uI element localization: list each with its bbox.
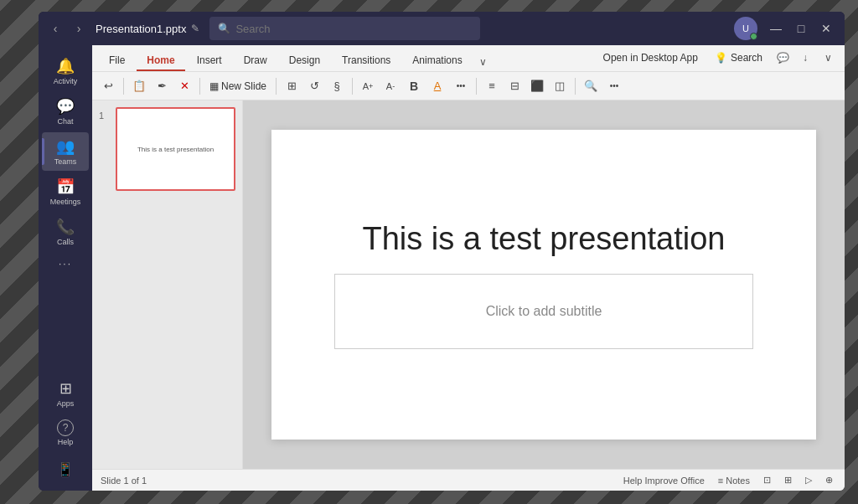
toolbar: ↩ 📋 ✒ ✕ ▦ New Slide ⊞ ↺ § <box>92 72 845 100</box>
avatar[interactable]: U <box>734 17 757 40</box>
help-improve-button[interactable]: Help Improve Office <box>620 474 708 487</box>
sidebar-item-activity[interactable]: 🔔 Activity <box>42 52 89 90</box>
undo-button[interactable]: ↩ <box>97 75 119 97</box>
grid-view-button[interactable]: ⊞ <box>781 473 795 487</box>
slide-thumbnail[interactable]: This is a test presentation <box>116 107 235 191</box>
font-increase-button[interactable]: A+ <box>357 75 379 97</box>
ribbon-comment-button[interactable]: 💬 <box>773 48 793 68</box>
tab-transitions[interactable]: Transitions <box>332 51 401 71</box>
clipboard-button[interactable]: 📋 <box>128 75 150 97</box>
sidebar-item-meetings[interactable]: 📅 Meetings <box>42 172 89 211</box>
minimize-button[interactable]: — <box>764 17 788 40</box>
slide-subtitle-box[interactable]: Click to add subtitle <box>334 274 753 349</box>
align-button[interactable]: ⬛ <box>526 75 548 97</box>
close-button[interactable]: ✕ <box>814 17 838 40</box>
reset-button[interactable]: ↺ <box>303 75 325 97</box>
slide-title[interactable]: This is a test presentation <box>363 221 726 257</box>
new-slide-label: New Slide <box>221 80 266 92</box>
new-slide-icon: ▦ <box>209 80 219 92</box>
ribbon-toolbar-icons: 💬 ↓ ∨ <box>773 48 838 68</box>
avatar-status-badge <box>750 33 757 40</box>
sidebar-item-device[interactable]: 📱 <box>42 456 89 482</box>
delete-button[interactable]: ✕ <box>173 75 195 97</box>
sidebar-item-help[interactable]: ? Help <box>42 414 89 451</box>
tab-more-chevron[interactable]: ∨ <box>474 53 492 71</box>
edit-icon[interactable]: ✎ <box>191 23 199 34</box>
sep-5 <box>476 78 477 95</box>
sidebar-meetings-label: Meetings <box>50 198 81 206</box>
more-tools-button[interactable]: ••• <box>603 75 625 97</box>
device-icon: 📱 <box>57 461 74 477</box>
sep-1 <box>123 78 124 95</box>
tab-insert[interactable]: Insert <box>187 51 232 71</box>
ribbon-collapse-button[interactable]: ∨ <box>818 48 838 68</box>
filename-label: Presentation1.pptx <box>96 23 186 35</box>
notes-button[interactable]: ≡ Notes <box>715 474 753 487</box>
sidebar-calls-label: Calls <box>57 238 74 246</box>
tab-design[interactable]: Design <box>279 51 330 71</box>
teams-sidebar: 🔔 Activity 💬 Chat 👥 Teams 📅 Meetings 📞 C… <box>39 45 92 491</box>
teams-icon: 👥 <box>56 137 75 156</box>
ribbon-search-label: Search <box>731 52 762 64</box>
notes-label: Notes <box>726 476 750 486</box>
ribbon-container: File Home Insert Draw Design Transitions… <box>92 45 845 491</box>
sidebar-teams-label: Teams <box>54 157 77 166</box>
arrange-button[interactable]: ◫ <box>549 75 571 97</box>
sidebar-item-chat[interactable]: 💬 Chat <box>42 92 89 131</box>
status-right: Help Improve Office ≡ Notes ⊡ ⊞ ▷ ⊕ <box>620 473 836 487</box>
slide-area: 1 This is a test presentation This is a … <box>92 100 845 469</box>
sidebar-activity-label: Activity <box>54 77 78 85</box>
tab-home[interactable]: Home <box>137 51 184 71</box>
ribbon-tabs: File Home Insert Draw Design Transitions… <box>92 45 845 72</box>
sidebar-item-calls[interactable]: 📞 Calls <box>42 213 89 251</box>
font-color-button[interactable]: A <box>426 75 448 97</box>
content-area: 🔔 Activity 💬 Chat 👥 Teams 📅 Meetings 📞 C… <box>39 45 845 491</box>
meetings-icon: 📅 <box>56 177 75 196</box>
calls-icon: 📞 <box>56 218 75 236</box>
section-button[interactable]: § <box>326 75 348 97</box>
back-button[interactable]: ‹ <box>45 18 65 39</box>
sidebar-item-more[interactable]: ··· <box>42 253 89 275</box>
zoom-button[interactable]: ⊕ <box>822 473 836 487</box>
bold-button[interactable]: B <box>403 75 425 97</box>
tab-file[interactable]: File <box>99 51 135 71</box>
activity-icon: 🔔 <box>56 57 75 75</box>
bullets-button[interactable]: ≡ <box>481 75 503 97</box>
sidebar-item-teams[interactable]: 👥 Teams <box>42 132 89 171</box>
tab-draw[interactable]: Draw <box>234 51 277 71</box>
title-bar: ‹ › Presentation1.pptx ✎ 🔍 U — □ ✕ <box>39 12 845 45</box>
sep-2 <box>199 78 200 95</box>
ribbon-right: Open in Desktop App 💡 Search 💬 ↓ ∨ <box>597 48 838 71</box>
layout-button[interactable]: ⊞ <box>281 75 302 97</box>
sidebar-apps-label: Apps <box>57 399 75 408</box>
sidebar-item-apps[interactable]: ⊞ Apps <box>42 374 89 413</box>
title-bar-nav: ‹ › <box>45 18 89 39</box>
more-format-button[interactable]: ••• <box>450 75 472 97</box>
open-desktop-button[interactable]: Open in Desktop App <box>597 49 705 66</box>
slide-canvas[interactable]: This is a test presentation Click to add… <box>243 100 845 469</box>
ribbon-search-button[interactable]: 💡 Search <box>708 49 769 66</box>
search-input[interactable] <box>235 23 472 35</box>
slide-content: This is a test presentation Click to add… <box>271 130 816 440</box>
sep-4 <box>352 78 353 95</box>
forward-button[interactable]: › <box>69 18 89 39</box>
slide-thumb-container: 1 This is a test presentation <box>92 100 242 198</box>
font-decrease-button[interactable]: A- <box>380 75 401 97</box>
search-bar[interactable]: 🔍 <box>209 17 480 40</box>
search-icon: 🔍 <box>218 23 230 34</box>
sep-6 <box>575 78 576 95</box>
main-window: ‹ › Presentation1.pptx ✎ 🔍 U — □ ✕ 🔔 Act… <box>39 12 845 491</box>
slide-view-button[interactable]: ⊡ <box>760 473 774 487</box>
format-painter-button[interactable]: ✒ <box>151 75 173 97</box>
font-group: A+ A- <box>357 75 401 97</box>
ribbon-share-button[interactable]: ↓ <box>795 48 815 68</box>
more-icon: ··· <box>59 258 72 270</box>
numbering-button[interactable]: ⊟ <box>504 75 525 97</box>
present-button[interactable]: ▷ <box>802 473 815 487</box>
slide-panel: 1 This is a test presentation <box>92 100 243 469</box>
new-slide-button[interactable]: ▦ New Slide <box>204 78 271 95</box>
chat-icon: 💬 <box>56 97 75 116</box>
tab-animations[interactable]: Animations <box>402 51 472 71</box>
maximize-button[interactable]: □ <box>789 17 813 40</box>
find-button[interactable]: 🔍 <box>580 75 602 97</box>
